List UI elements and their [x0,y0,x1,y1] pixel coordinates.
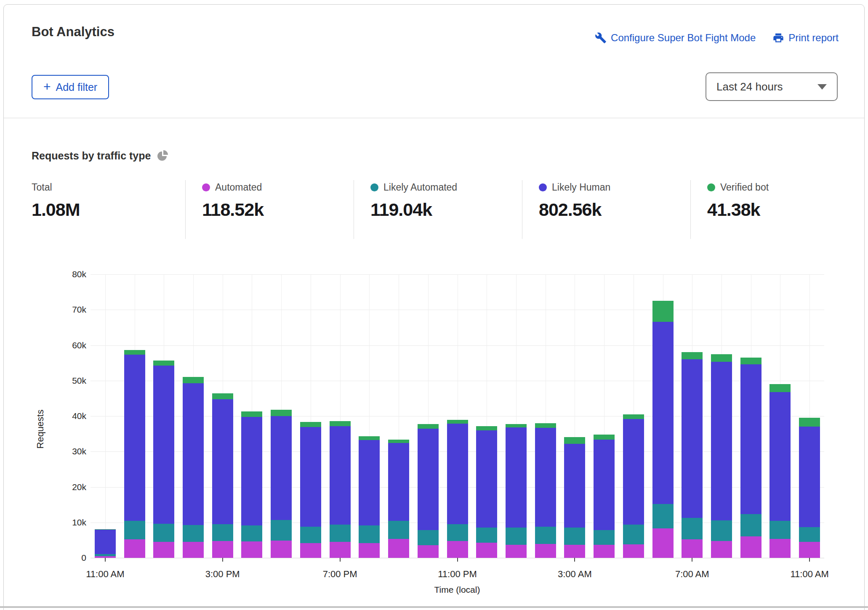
bar-segment-likely-automated [418,530,439,545]
configure-super-bot-fight-mode-link[interactable]: Configure Super Bot Fight Mode [595,32,756,44]
bar-segment-automated [506,545,527,558]
bar-segment-automated [183,542,204,558]
y-tick-label: 40k [57,411,86,421]
configure-link-label: Configure Super Bot Fight Mode [611,32,756,44]
page-title: Bot Analytics [32,24,114,40]
bar-segment-likely-human [183,383,204,525]
bar-segment-likely-human [769,392,791,521]
bar-12-00-pm[interactable] [124,350,145,558]
bar-segment-likely-automated [300,527,321,544]
bar-3-00-pm[interactable] [212,393,233,558]
bar-segment-likely-human [95,530,116,554]
stat-label: Likely Human [552,182,610,193]
bar-segment-likely-human [330,426,351,525]
bar-segment-likely-automated [564,528,585,545]
bar-segment-likely-human [447,424,468,524]
bar-12-00-am[interactable] [476,426,497,558]
bar-9-00-am[interactable] [740,358,761,558]
bar-segment-likely-automated [506,528,527,544]
stat-label: Verified bot [720,182,769,193]
bar-segment-likely-automated [271,520,292,541]
bar-segment-automated [711,541,732,558]
stat-likely-automated: Likely Automated 119.04k [370,181,514,220]
stat-likely-human: Likely Human 802.56k [539,181,682,220]
bar-3-00-am[interactable] [564,437,585,558]
x-tick-mark [340,558,341,562]
bar-segment-verified-bot [300,422,321,427]
stat-value: 1.08M [32,199,175,220]
bar-11-00-am[interactable] [95,529,116,558]
bar-11-00-pm[interactable] [447,420,468,558]
bar-segment-likely-automated [799,527,820,542]
bar-segment-likely-automated [124,521,145,539]
bar-8-00-pm[interactable] [359,436,380,558]
bar-9-00-pm[interactable] [388,440,409,558]
bar-segment-likely-automated [359,525,380,543]
bar-4-00-pm[interactable] [241,411,262,558]
bar-segment-verified-bot [359,436,380,440]
wrench-icon [595,32,607,44]
bar-segment-automated [652,528,674,558]
bar-segment-likely-automated [535,527,556,544]
bar-1-00-pm[interactable] [153,361,174,558]
bar-segment-automated [271,541,292,558]
bar-segment-likely-automated [447,524,468,541]
bar-7-00-am[interactable] [682,352,703,558]
y-tick-label: 10k [57,517,86,528]
x-tick-label: 3:00 PM [205,569,240,580]
pie-chart-icon [157,150,168,162]
bar-segment-likely-automated [652,504,674,528]
bar-segment-automated [241,541,262,558]
bar-4-00-am[interactable] [594,435,615,558]
bar-segment-verified-bot [183,377,204,383]
likely-human-dot [539,183,547,191]
bar-11-00-am[interactable] [799,418,820,558]
bar-segment-likely-human [594,440,615,530]
x-tick-mark [809,558,810,562]
stat-divider [522,180,522,239]
likely-automated-dot [370,183,378,191]
section-bottom-divider [0,606,868,608]
bar-segment-automated [535,544,556,558]
bar-segment-likely-human [740,364,761,514]
bar-1-00-am[interactable] [506,424,527,558]
bar-segment-automated [388,539,409,558]
bar-5-00-pm[interactable] [271,410,292,558]
bar-segment-likely-human [652,322,674,504]
bar-10-00-am[interactable] [769,384,791,558]
add-filter-button[interactable]: + Add filter [32,75,109,99]
y-tick-label: 20k [57,482,86,492]
bar-segment-automated [153,542,174,558]
bar-segment-likely-automated [241,525,262,541]
bar-10-00-pm[interactable] [418,424,439,558]
bar-segment-likely-human [799,427,820,527]
x-tick-mark [692,558,692,562]
bar-segment-automated [447,541,468,558]
bar-segment-verified-bot [476,426,497,430]
bar-5-00-am[interactable] [623,414,644,558]
stat-divider [354,180,354,239]
stat-label: Total [32,182,52,193]
bar-segment-likely-automated [476,528,497,543]
bar-6-00-pm[interactable] [300,422,321,558]
print-report-link[interactable]: Print report [772,32,839,44]
x-tick-label: 11:00 AM [790,569,828,580]
bar-segment-verified-bot [153,361,174,366]
time-range-dropdown[interactable]: Last 24 hours [706,72,838,101]
bar-segment-likely-human [711,362,732,520]
bar-segment-likely-human [124,355,145,521]
bar-2-00-am[interactable] [535,423,556,558]
bar-segment-verified-bot [594,435,615,440]
bar-2-00-pm[interactable] [183,377,204,558]
bar-segment-verified-bot [799,418,820,427]
x-tick-mark [574,558,575,562]
bar-7-00-pm[interactable] [330,421,351,558]
bar-8-00-am[interactable] [711,354,732,558]
print-link-label: Print report [788,32,839,44]
bar-segment-likely-automated [95,554,116,556]
bar-segment-likely-human [271,416,292,520]
bar-segment-likely-human [359,440,380,525]
chevron-down-icon [817,84,827,90]
bar-6-00-am[interactable] [652,301,674,558]
plus-icon: + [43,80,51,93]
